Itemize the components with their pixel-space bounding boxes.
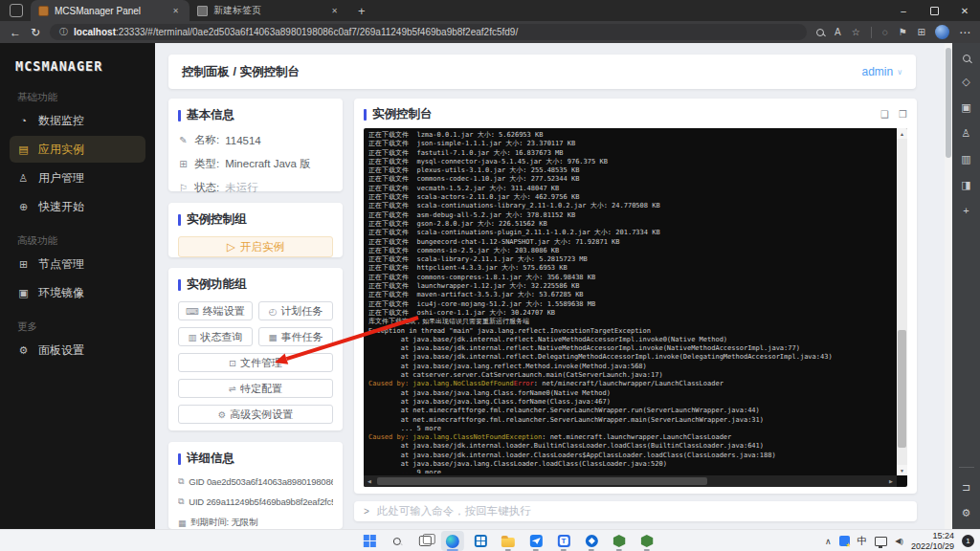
fullscreen-icon[interactable]: ❒: [899, 109, 907, 120]
tab-new-tab[interactable]: 新建标签页 ✕: [189, 0, 348, 21]
taskbar-file-explorer[interactable]: [497, 531, 520, 551]
specific-config-icon: ⇌: [229, 384, 236, 394]
terminal-settings-button[interactable]: ⌨终端设置: [178, 301, 253, 320]
terminal-line: 正在下载文件 vecmath-1.5.2.jar 大小: 311.48047 K…: [368, 185, 894, 193]
hide-sidebar-icon[interactable]: ⊐: [962, 481, 970, 494]
shopping-icon[interactable]: ◇: [962, 76, 969, 88]
taskbar-edge[interactable]: [441, 531, 464, 551]
sidebar-item-quick-start[interactable]: ⊕快速开始: [0, 192, 155, 221]
hexagon-app-icon: [612, 535, 625, 547]
add-sidebar-item-icon[interactable]: +: [963, 205, 969, 216]
event-tasks-button[interactable]: ▦事件任务: [258, 327, 333, 346]
terminal-line: 正在下载文件 icu4j-core-mojang-51.2.jar 大小: 1.…: [368, 300, 894, 309]
advanced-instance-settings-button[interactable]: ⚙高级实例设置: [178, 405, 333, 424]
app-sidebar: MCSMANAGER 基础功能◔数据监控▤应用实例♙用户管理⊕快速开始高级功能⊞…: [0, 43, 155, 529]
task-view-button[interactable]: [413, 531, 436, 551]
sidebar-item-data-monitor[interactable]: ◔数据监控: [0, 106, 155, 135]
taskbar-clock[interactable]: 15:24 2022/10/29: [911, 531, 954, 551]
scroll-down-icon[interactable]: ▼: [897, 465, 907, 475]
terminal-horizontal-scrollbar[interactable]: ◀ ▶: [364, 475, 897, 487]
sidebar-item-label: 应用实例: [38, 142, 84, 158]
taskbar-store[interactable]: [469, 531, 492, 551]
basic-info-rows: ✎名称:114514⊞类型:Minecraft Java 版⚐状态:未运行: [178, 133, 333, 195]
terminal-line: at java.base/java.lang.Class.forName(Cla…: [368, 398, 894, 407]
search-icon: [393, 538, 401, 545]
browser-menu-icon[interactable]: ⋯: [959, 26, 970, 39]
start-instance-button[interactable]: ▷ 开启实例: [178, 236, 333, 257]
url-text[interactable]: localhost:23333/#/terminal/0ae2d503a6f14…: [74, 27, 518, 37]
collections-add-icon[interactable]: ⊞: [918, 27, 925, 37]
close-button[interactable]: ✕: [949, 0, 980, 21]
command-input-card[interactable]: > 此处可输入命令，按回车键执行: [354, 501, 917, 521]
restore-button[interactable]: [919, 0, 949, 21]
taskbar-messenger-app[interactable]: [524, 531, 547, 551]
address-bar[interactable]: ⓘ localhost:23333/#/terminal/0ae2d503a6f…: [50, 24, 807, 40]
profile-avatar[interactable]: [935, 25, 949, 39]
sidebar-divider: [959, 467, 974, 468]
detail-row: ⧉GID 0ae2d503a6f14063a8980198086c0af7: [178, 476, 333, 487]
terminal-output-area[interactable]: 正在下载文件 lzma-0.0.1.jar 大小: 5.626953 KB正在下…: [364, 128, 907, 487]
scroll-left-icon[interactable]: ◀: [364, 475, 375, 487]
command-input-placeholder[interactable]: 此处可输入命令，按回车键执行: [377, 504, 531, 518]
page-scrollbar-thumb[interactable]: [946, 48, 951, 158]
file-management-button[interactable]: ⊡文件管理: [178, 353, 333, 372]
close-tab-icon[interactable]: ✕: [169, 6, 182, 16]
terminal-line: Exception in thread "main" java.lang.ref…: [368, 327, 894, 336]
password-key-icon[interactable]: [816, 29, 824, 36]
sidebar-item-app-instances[interactable]: ▤应用实例: [10, 136, 145, 163]
terminal-line: 正在下载文件 launchwrapper-1.12.jar 大小: 32.225…: [368, 282, 894, 291]
network-icon[interactable]: [875, 537, 887, 546]
browser-essentials-icon[interactable]: ◌: [882, 27, 888, 37]
sidebar-settings-icon[interactable]: ⚙: [962, 507, 971, 519]
sidebar-item-node-management[interactable]: ⊞节点管理: [0, 250, 155, 278]
folder-icon: [501, 538, 515, 547]
games-icon[interactable]: ♙: [962, 127, 971, 140]
close-tab-icon[interactable]: ✕: [328, 6, 341, 16]
back-icon[interactable]: ←: [10, 26, 21, 39]
speaker-icon[interactable]: ◀): [895, 537, 903, 545]
tab-actions-icon[interactable]: [10, 4, 23, 17]
terminal-vertical-scrollbar[interactable]: ▲ ▼: [897, 128, 907, 475]
search-icon[interactable]: [963, 55, 970, 62]
notification-badge[interactable]: 1: [962, 535, 974, 547]
collections-icon[interactable]: ⚑: [899, 27, 907, 37]
tab-mcsmanager[interactable]: MCSManager Panel ✕: [31, 0, 189, 21]
scroll-right-icon[interactable]: ▶: [885, 475, 897, 487]
page-scrollbar[interactable]: [945, 43, 952, 529]
ime-language-indicator[interactable]: 中: [858, 535, 868, 548]
ime-badge-icon[interactable]: [839, 536, 850, 546]
scrollbar-thumb[interactable]: [377, 477, 707, 485]
read-aloud-icon[interactable]: A: [835, 27, 841, 37]
sidebar-item-panel-settings[interactable]: ⚙面板设置: [0, 336, 155, 364]
refresh-icon[interactable]: ↻: [31, 26, 40, 39]
status-query-button[interactable]: ▥状态查询: [178, 327, 253, 346]
minimize-button[interactable]: –: [888, 0, 919, 21]
taskbar-hexagon-app-1[interactable]: [608, 531, 631, 551]
taskbar: T ∧ 中 ◀) 15:24 2022/10/29 1: [0, 529, 980, 551]
terminal-line: at java.base/jdk.internal.loader.ClassLo…: [368, 452, 894, 460]
favorites-icon[interactable]: ☆: [852, 27, 860, 37]
taskbar-t-app[interactable]: T: [552, 531, 575, 551]
site-info-icon[interactable]: ⓘ: [59, 26, 68, 38]
mcsmanager-favicon: [38, 6, 49, 16]
new-tab-button[interactable]: +: [358, 4, 366, 18]
specific-config-button[interactable]: ⇌特定配置: [178, 379, 333, 398]
popout-terminal-icon[interactable]: ❑: [880, 109, 889, 120]
terminal-line: at java.base/jdk.internal.reflect.Delega…: [368, 353, 894, 362]
sidebar-item-environment-image[interactable]: ▣环境镜像: [0, 278, 155, 307]
start-button[interactable]: [358, 531, 381, 551]
scroll-up-icon[interactable]: ▲: [897, 128, 907, 139]
scrollbar-thumb[interactable]: [898, 330, 906, 448]
taskbar-compass-app[interactable]: [580, 531, 603, 551]
tray-expand-icon[interactable]: ∧: [825, 537, 832, 546]
office-icon[interactable]: ▥: [961, 153, 970, 165]
taskbar-hexagon-app-2[interactable]: [635, 531, 658, 551]
screenshot-icon[interactable]: ◨: [961, 179, 970, 191]
status-icon: ⚐: [178, 183, 189, 193]
tools-icon[interactable]: ▣: [961, 101, 970, 114]
taskbar-search[interactable]: [386, 531, 409, 551]
terminal-line: 正在下载文件 httpclient-4.3.3.jar 大小: 575.6953…: [368, 264, 894, 273]
scheduled-tasks-button[interactable]: ◴计划任务: [258, 301, 333, 320]
sidebar-item-user-management[interactable]: ♙用户管理: [0, 164, 155, 192]
user-menu[interactable]: admin ∨: [861, 65, 902, 78]
